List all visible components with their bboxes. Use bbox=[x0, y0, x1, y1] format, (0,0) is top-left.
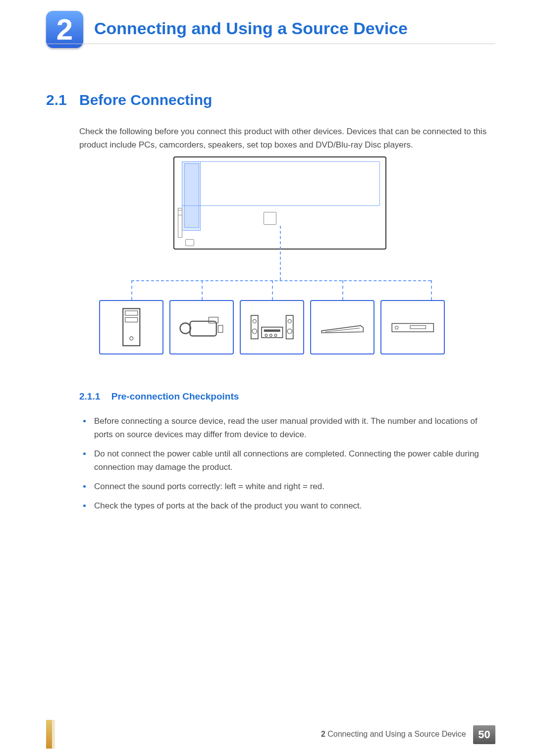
connector-line bbox=[272, 280, 273, 300]
svg-point-23 bbox=[395, 326, 398, 329]
svg-point-18 bbox=[274, 334, 277, 337]
list-item: Do not connect the power cable until all… bbox=[79, 447, 488, 474]
footer-chapter-title: Connecting and Using a Source Device bbox=[327, 730, 466, 738]
subsection-title: Pre-connection Checkpoints bbox=[111, 391, 239, 402]
svg-point-16 bbox=[265, 334, 268, 337]
connection-diagram bbox=[79, 156, 456, 379]
svg-rect-15 bbox=[264, 330, 280, 332]
port-area-highlight-inner bbox=[184, 163, 199, 228]
svg-point-3 bbox=[130, 337, 133, 340]
device-set-top-box bbox=[310, 300, 374, 354]
svg-point-10 bbox=[252, 329, 257, 334]
connector-line bbox=[342, 280, 343, 300]
chapter-number-badge: 2 bbox=[46, 11, 83, 48]
page-number-badge: 50 bbox=[473, 725, 495, 744]
page-footer: 2 Connecting and Using a Source Device 5… bbox=[46, 725, 495, 744]
footer-chapter-number: 2 bbox=[321, 730, 325, 738]
list-item: Before connecting a source device, read … bbox=[79, 414, 488, 441]
subsection-number: 2.1.1 bbox=[79, 391, 100, 402]
port-icon bbox=[264, 212, 276, 225]
divider bbox=[46, 44, 495, 44]
section-intro-text: Check the following before you connect t… bbox=[79, 125, 488, 151]
svg-rect-7 bbox=[218, 325, 222, 332]
bottom-port-icon bbox=[185, 239, 194, 246]
svg-point-5 bbox=[180, 323, 190, 334]
svg-rect-11 bbox=[286, 315, 293, 339]
speakers-icon bbox=[249, 307, 296, 347]
svg-rect-1 bbox=[125, 311, 138, 315]
manual-page: 2 Connecting and Using a Source Device 2… bbox=[0, 0, 535, 756]
svg-rect-22 bbox=[410, 326, 426, 329]
connector-line bbox=[131, 280, 431, 281]
svg-rect-8 bbox=[251, 315, 258, 339]
device-dvd-player bbox=[380, 300, 445, 354]
port-strip-icon bbox=[178, 208, 182, 238]
svg-point-9 bbox=[253, 320, 256, 323]
device-camcorder bbox=[169, 300, 234, 354]
settop-icon bbox=[319, 307, 366, 347]
pc-tower-icon bbox=[108, 307, 155, 347]
svg-point-13 bbox=[287, 329, 292, 334]
svg-rect-6 bbox=[209, 317, 218, 323]
list-item: Connect the sound ports correctly: left … bbox=[79, 480, 488, 493]
device-pc-tower bbox=[99, 300, 163, 354]
checkpoint-list: Before connecting a source device, read … bbox=[79, 414, 488, 512]
section-title: Before Connecting bbox=[79, 92, 212, 108]
section-number: 2.1 bbox=[46, 92, 67, 108]
camcorder-icon bbox=[178, 307, 225, 347]
connector-line bbox=[431, 280, 432, 300]
subsection: 2.1.1 Pre-connection Checkpoints Before … bbox=[79, 391, 488, 518]
connector-line bbox=[202, 280, 203, 300]
device-speaker-system bbox=[240, 300, 304, 354]
chapter-title: Connecting and Using a Source Device bbox=[94, 19, 408, 38]
svg-point-12 bbox=[288, 320, 291, 323]
panel-outline bbox=[182, 161, 380, 206]
connector-line bbox=[131, 280, 132, 300]
device-row bbox=[99, 300, 445, 354]
connector-line bbox=[280, 226, 281, 280]
dvd-icon bbox=[389, 307, 436, 347]
svg-rect-2 bbox=[125, 318, 138, 322]
list-item: Check the types of ports at the back of … bbox=[79, 499, 488, 512]
svg-rect-4 bbox=[190, 321, 216, 336]
svg-point-17 bbox=[269, 334, 272, 337]
